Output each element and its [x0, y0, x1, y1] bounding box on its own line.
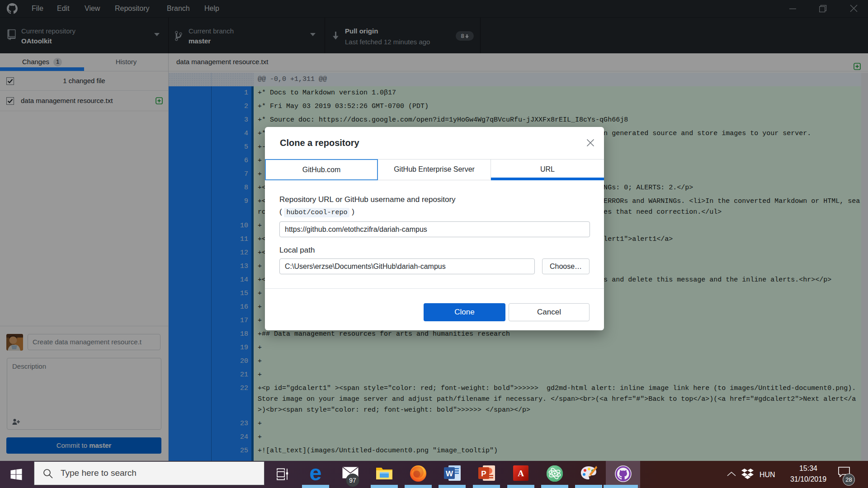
svg-text:A: A [518, 469, 524, 478]
svg-text:e: e [309, 463, 321, 484]
svg-text:P: P [481, 469, 486, 478]
svg-text:W: W [446, 469, 453, 478]
